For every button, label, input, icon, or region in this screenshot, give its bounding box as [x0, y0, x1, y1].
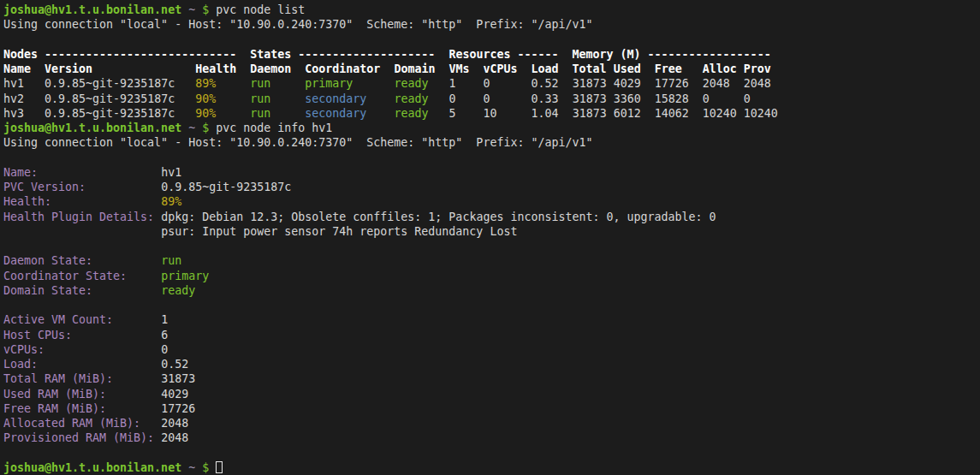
command-text: pvc node list — [209, 3, 305, 16]
cell-mem-prov: 2048 — [744, 77, 771, 90]
info-label: Used RAM (MiB): — [3, 388, 106, 401]
terminal-text — [497, 107, 532, 120]
cell-load: 0.33 — [532, 92, 559, 105]
cell-mem-used: 3360 — [614, 92, 641, 105]
terminal-text — [607, 77, 614, 90]
terminal-text — [209, 461, 216, 474]
info-value: 89% — [161, 195, 181, 208]
terminal-text — [127, 270, 161, 282]
cell-load: 0.52 — [532, 77, 559, 90]
terminal-text — [366, 92, 394, 105]
col-vcpus: vCPUs — [484, 62, 518, 75]
terminal-text — [106, 402, 161, 415]
terminal-text — [353, 77, 394, 90]
cell-domain-state: ready — [394, 77, 428, 90]
terminal-text — [456, 77, 484, 90]
terminal-text — [428, 77, 448, 90]
terminal-text — [641, 77, 655, 90]
terminal-text — [607, 107, 614, 120]
terminal-text — [154, 431, 161, 444]
blank — [3, 298, 980, 312]
col-version: Version — [45, 62, 92, 75]
terminal-text — [559, 77, 573, 90]
info-label: Health Plugin Details: — [3, 211, 154, 223]
terminal-text — [689, 77, 703, 90]
cell-name: hv1 — [3, 77, 24, 90]
cell-health: 90% — [195, 107, 216, 120]
terminal-cursor[interactable] — [216, 461, 223, 473]
cell-vcpus: 10 — [484, 107, 497, 120]
col-used: Used — [614, 62, 641, 75]
terminal-text — [641, 62, 655, 75]
info-name: Name: hv1 — [3, 165, 980, 180]
cell-daemon-state: run — [250, 92, 270, 105]
info-label: PVC Version: — [3, 181, 86, 193]
header-group-memory: Memory (M) ------------------ — [572, 48, 770, 61]
info-value: 2048 — [161, 431, 188, 444]
input-prompt: joshua@hv1.t.u.bonilan.net ~ $ — [3, 460, 980, 475]
info-health: Health: 89% — [3, 194, 980, 209]
header-group-states: States -------------------- — [250, 48, 435, 61]
terminal-text — [730, 77, 744, 90]
header-group-resources: Resources ------ — [448, 48, 558, 61]
command-text: pvc node info hv1 — [209, 122, 332, 134]
info-free-ram: Free RAM (MiB): 17726 — [3, 401, 980, 416]
info-label: Daemon State: — [3, 254, 92, 267]
cell-vcpus: 0 — [484, 92, 490, 105]
cell-vms: 5 — [448, 107, 455, 120]
terminal-text — [435, 48, 448, 61]
col-total: Total — [573, 62, 607, 75]
cell-mem-used: 4029 — [614, 77, 641, 90]
info-value: ready — [161, 284, 195, 297]
col-domain: Domain — [394, 62, 435, 75]
info-coordinator-state: Coordinator State: primary — [3, 269, 980, 283]
terminal-text — [456, 107, 484, 120]
node-row-hv3: hv3 0.9.85~git-9235187c 90% run secondar… — [3, 106, 980, 121]
col-load: Load — [532, 62, 559, 75]
cell-name: hv2 — [3, 92, 24, 105]
connection-text: Using connection "local" - Host: "10.90.… — [3, 18, 592, 31]
col-free: Free — [655, 62, 682, 75]
info-health-plugin-details: Health Plugin Details: dpkg: Debian 12.3… — [3, 210, 980, 224]
cell-domain-state: ready — [394, 92, 428, 105]
prompt-symbol: $ — [202, 3, 209, 16]
info-label: Provisioned RAM (MiB): — [3, 431, 154, 444]
terminal-text — [38, 166, 161, 179]
cell-mem-free: 15828 — [655, 92, 689, 105]
terminal-text — [366, 107, 394, 120]
cell-coordinator-state: primary — [305, 77, 353, 90]
terminal-text — [559, 107, 573, 120]
terminal-text — [559, 92, 573, 105]
terminal-text — [689, 92, 703, 105]
info-value: 0 — [161, 343, 168, 356]
terminal-text — [456, 92, 484, 105]
info-host-cpus: Host CPUs: 6 — [3, 328, 980, 342]
cell-version: 0.9.85~git-9235187c — [45, 107, 175, 120]
cell-name: hv3 — [3, 107, 24, 120]
terminal-text — [641, 107, 655, 120]
info-label: Health: — [3, 195, 51, 208]
cell-mem-total: 31873 — [573, 77, 607, 90]
info-value: 1 — [161, 313, 168, 326]
info-label: Free RAM (MiB): — [3, 402, 106, 415]
cell-vms: 1 — [448, 77, 455, 90]
col-health: Health — [195, 62, 236, 75]
info-label: Host CPUs: — [3, 329, 72, 341]
terminal-text — [92, 284, 161, 297]
cell-load: 1.04 — [532, 107, 559, 120]
prompt-user-host: joshua@hv1.t.u.bonilan.net — [3, 3, 181, 16]
terminal-text — [38, 358, 161, 371]
info-value: 0.9.85~git-9235187c — [161, 181, 291, 193]
terminal-text — [24, 77, 45, 90]
cell-health: 90% — [195, 92, 216, 105]
cell-mem-total: 31873 — [573, 92, 607, 105]
terminal[interactable]: joshua@hv1.t.u.bonilan.net ~ $ pvc node … — [0, 0, 980, 475]
terminal-text — [435, 62, 448, 75]
terminal-text — [428, 92, 448, 105]
terminal-text — [270, 77, 305, 90]
terminal-text — [92, 254, 161, 267]
info-pvc-version: PVC Version: 0.9.85~git-9235187c — [3, 180, 980, 194]
cell-health: 89% — [195, 77, 216, 90]
cell-version: 0.9.85~git-9235187c — [45, 77, 175, 90]
terminal-text — [469, 62, 483, 75]
